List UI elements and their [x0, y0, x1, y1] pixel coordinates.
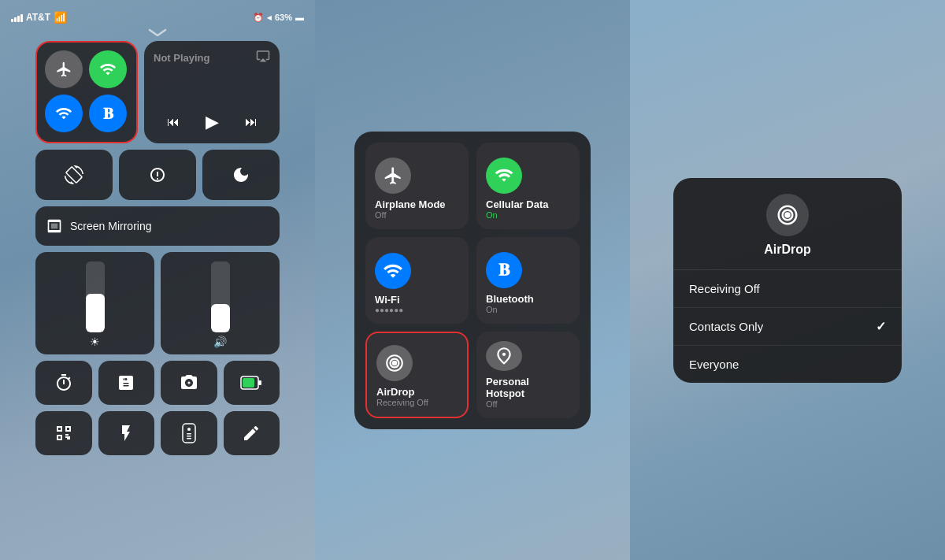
airplane-mode-name: Airplane Mode — [375, 198, 446, 210]
airdrop-menu-content: AirDrop Receiving Off ✓ Contacts Only ✓ … — [630, 0, 945, 560]
wifi-icon: 📶 — [54, 11, 67, 24]
play-button[interactable]: ▶ — [206, 112, 219, 132]
expanded-panel-content: Airplane Mode Off Cellular Data On — [315, 0, 630, 560]
bluetooth-toggle-icon: 𝐁 — [486, 252, 522, 288]
contacts-only-check: ✓ — [876, 319, 886, 334]
bluetooth-button[interactable]: 𝐁 — [89, 95, 127, 132]
do-not-disturb-button[interactable] — [119, 150, 196, 200]
airdrop-option-contacts-only[interactable]: Contacts Only ✓ — [673, 308, 902, 346]
orientation-lock-button[interactable] — [35, 150, 113, 200]
status-left: AT&T 📶 — [11, 11, 67, 24]
airdrop-options-list: Receiving Off ✓ Contacts Only ✓ Everyone… — [673, 270, 902, 383]
timer-button[interactable] — [35, 361, 92, 405]
remote-button[interactable] — [161, 411, 217, 455]
forward-button[interactable]: ⏭ — [245, 115, 258, 129]
airdrop-menu: AirDrop Receiving Off ✓ Contacts Only ✓ … — [673, 178, 902, 383]
bluetooth-state: On — [486, 305, 498, 314]
svg-rect-8 — [187, 438, 191, 439]
mid-row — [35, 150, 280, 200]
hotspot-cell[interactable]: Personal Hotspot Off — [476, 332, 580, 418]
wifi-cell[interactable]: Wi-Fi ●●●●●● — [365, 237, 469, 324]
wifi-state: ●●●●●● — [375, 306, 403, 314]
volume-slider[interactable]: 🔊 — [161, 252, 280, 354]
airdrop-toggle-state: Receiving Off — [376, 398, 428, 407]
status-bar: AT&T 📶 ⏰ ◂ 63% ▬ — [0, 6, 315, 27]
camera-button[interactable] — [161, 361, 217, 405]
dismiss-chevron[interactable] — [146, 27, 169, 38]
bottom-grid — [35, 361, 280, 455]
svg-rect-7 — [187, 436, 191, 437]
qr-scanner-button[interactable] — [35, 411, 92, 455]
screen-mirroring-label: Screen Mirroring — [70, 220, 151, 232]
screen-mirroring-row: Screen Mirroring — [35, 206, 280, 246]
brightness-slider[interactable]: ☀ — [35, 252, 154, 354]
battery-widget-button[interactable] — [224, 361, 280, 405]
volume-fill — [211, 304, 230, 332]
receiving-off-label: Receiving Off — [689, 282, 760, 295]
svg-rect-6 — [187, 433, 191, 435]
brightness-fill — [86, 294, 105, 333]
top-row: 𝐁 Not Playing ⏮ ▶ ⏭ — [35, 41, 280, 143]
carrier-label: AT&T — [26, 12, 50, 23]
volume-track — [211, 261, 230, 332]
airdrop-menu-title: AirDrop — [764, 243, 811, 257]
control-area: 𝐁 Not Playing ⏮ ▶ ⏭ — [28, 41, 287, 455]
bluetooth-cell[interactable]: 𝐁 Bluetooth On — [476, 237, 580, 324]
airdrop-option-receiving-off[interactable]: Receiving Off ✓ — [673, 270, 902, 308]
panel-airdrop-menu: AirDrop Receiving Off ✓ Contacts Only ✓ … — [630, 0, 945, 560]
svg-point-10 — [784, 212, 791, 218]
status-right: ⏰ ◂ 63% ▬ — [253, 13, 304, 23]
connectivity-widget[interactable]: 𝐁 — [35, 41, 138, 143]
now-playing-header: Not Playing — [154, 49, 270, 66]
do-not-disturb-moon-button[interactable] — [202, 150, 280, 200]
calculator-button[interactable] — [98, 361, 155, 405]
svg-point-9 — [392, 360, 398, 365]
volume-icon: 🔊 — [213, 336, 227, 348]
wifi-button[interactable] — [45, 95, 83, 132]
everyone-label: Everyone — [689, 358, 739, 371]
cellular-toggle-icon — [486, 158, 522, 194]
location-icon: ◂ — [267, 13, 272, 23]
hotspot-name: Personal Hotspot — [486, 376, 570, 399]
wifi-name: Wi-Fi — [375, 294, 400, 306]
sliders-row: ☀ 🔊 — [35, 252, 280, 354]
bluetooth-name: Bluetooth — [486, 293, 534, 305]
hotspot-toggle-icon — [486, 341, 522, 371]
svg-rect-2 — [258, 380, 261, 385]
airdrop-option-everyone[interactable]: Everyone ✓ — [673, 346, 902, 383]
cellular-button[interactable] — [89, 50, 127, 88]
brightness-icon: ☀ — [90, 336, 100, 348]
now-playing-widget: Not Playing ⏮ ▶ ⏭ — [144, 41, 280, 143]
battery-percent: 63% — [275, 13, 292, 22]
airplay-icon[interactable] — [256, 49, 270, 66]
rewind-button[interactable]: ⏮ — [167, 115, 180, 129]
panel-control-center: AT&T 📶 ⏰ ◂ 63% ▬ — [0, 0, 315, 560]
playback-controls: ⏮ ▶ ⏭ — [154, 106, 270, 135]
now-playing-title: Not Playing — [154, 52, 210, 64]
notes-button[interactable] — [224, 411, 280, 455]
signal-bars-icon — [11, 13, 23, 22]
airdrop-menu-icon — [766, 194, 809, 236]
contacts-only-label: Contacts Only — [689, 320, 763, 333]
svg-rect-0 — [51, 224, 57, 229]
airplane-mode-state: Off — [375, 210, 386, 220]
cellular-data-cell[interactable]: Cellular Data On — [476, 143, 580, 229]
flashlight-button[interactable] — [98, 411, 155, 455]
airdrop-toggle-name: AirDrop — [376, 386, 414, 398]
battery-icon: ▬ — [295, 13, 304, 22]
cellular-data-name: Cellular Data — [486, 198, 548, 210]
airdrop-cell[interactable]: AirDrop Receiving Off — [365, 332, 469, 418]
svg-point-5 — [187, 428, 191, 431]
cellular-data-state: On — [486, 210, 498, 220]
airdrop-header: AirDrop — [673, 178, 902, 270]
airplane-toggle-icon — [375, 158, 411, 194]
svg-rect-3 — [243, 378, 254, 388]
control-center-content: AT&T 📶 ⏰ ◂ 63% ▬ — [0, 0, 315, 560]
screen-mirroring-button[interactable]: Screen Mirroring — [35, 206, 280, 246]
airplane-mode-button[interactable] — [45, 50, 83, 88]
airplane-mode-cell[interactable]: Airplane Mode Off — [365, 143, 469, 229]
brightness-track — [86, 261, 105, 332]
alarm-icon: ⏰ — [253, 13, 264, 23]
hotspot-state: Off — [486, 399, 497, 409]
panel-expanded-toggles: Airplane Mode Off Cellular Data On — [315, 0, 630, 560]
